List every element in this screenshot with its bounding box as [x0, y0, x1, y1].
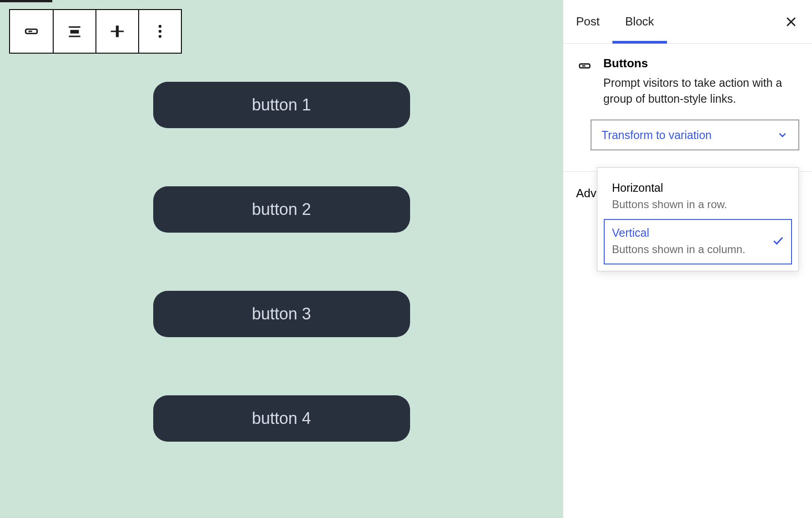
toolbar-align-button[interactable]	[53, 10, 95, 53]
variation-option-description: Buttons shown in a row.	[612, 197, 784, 212]
svg-point-9	[159, 35, 161, 38]
demo-button-1[interactable]: button 1	[153, 82, 410, 128]
variation-option-vertical[interactable]: Vertical Buttons shown in a column.	[604, 219, 792, 264]
buttons-block[interactable]: button 1 button 2 button 3 button 4	[0, 82, 563, 442]
block-toolbar	[9, 9, 182, 54]
transform-variation-dropdown: Horizontal Buttons shown in a row. Verti…	[597, 167, 799, 271]
block-title: Buttons	[603, 56, 799, 70]
more-options-icon	[151, 23, 169, 40]
demo-button-4[interactable]: button 4	[153, 395, 410, 442]
check-icon	[771, 234, 785, 250]
demo-button-3[interactable]: button 3	[153, 291, 410, 337]
block-info: Buttons Prompt visitors to take action w…	[563, 44, 812, 118]
close-sidebar-button[interactable]	[777, 8, 805, 35]
top-tab-indicator	[0, 0, 52, 2]
sidebar-tabs: Post Block	[563, 0, 812, 44]
settings-sidebar: Post Block Buttons Prompt visitors to ta…	[563, 0, 812, 518]
buttons-block-icon	[23, 23, 40, 40]
block-description: Prompt visitors to take action with a gr…	[603, 75, 799, 107]
close-icon	[784, 15, 798, 29]
editor-canvas[interactable]: button 1 button 2 button 3 button 4	[0, 0, 563, 518]
svg-rect-3	[70, 30, 79, 34]
transform-variation-select[interactable]: Transform to variation	[591, 120, 799, 150]
variation-option-title: Horizontal	[612, 181, 784, 194]
tab-block[interactable]: Block	[612, 0, 667, 43]
toolbar-vertical-align-button[interactable]	[95, 10, 138, 53]
buttons-block-icon	[576, 57, 593, 75]
svg-point-8	[159, 30, 161, 33]
tab-post[interactable]: Post	[563, 0, 612, 43]
variation-option-title: Vertical	[612, 226, 767, 239]
align-icon	[66, 23, 83, 40]
toolbar-block-type-button[interactable]	[10, 10, 53, 53]
chevron-down-icon	[777, 129, 788, 141]
variation-option-description: Buttons shown in a column.	[612, 242, 767, 257]
demo-button-2[interactable]: button 2	[153, 186, 410, 233]
toolbar-more-button[interactable]	[138, 10, 181, 53]
variation-option-horizontal[interactable]: Horizontal Buttons shown in a row.	[604, 174, 792, 219]
svg-point-7	[159, 25, 161, 28]
transform-variation-label: Transform to variation	[601, 129, 712, 142]
vertical-align-icon	[109, 23, 126, 40]
